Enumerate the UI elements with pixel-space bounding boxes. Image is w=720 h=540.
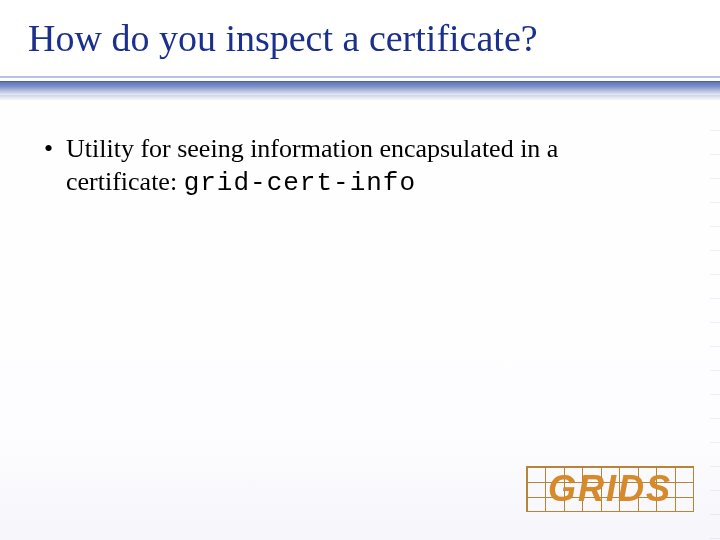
slide-title: How do you inspect a certificate? [0,0,720,66]
slide: How do you inspect a certificate? • Util… [0,0,720,540]
title-divider [0,76,720,104]
list-item: • Utility for seeing information encapsu… [44,132,676,201]
bullet-code: grid-cert-info [184,168,416,198]
logo: GRIDS [526,466,694,512]
bullet-icon: • [44,132,66,165]
bullet-text: Utility for seeing information encapsula… [66,132,676,201]
logo-text: GRIDS [526,466,694,512]
content-area: • Utility for seeing information encapsu… [0,104,720,201]
